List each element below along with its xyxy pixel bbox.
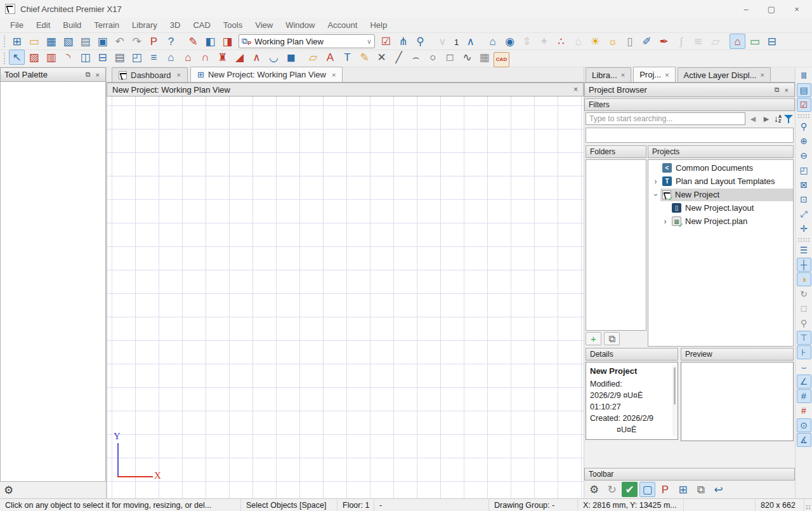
adjust-sunlight-icon[interactable]: ☼: [605, 34, 620, 49]
palette-settings-icon[interactable]: ⚙: [4, 484, 13, 497]
wall-tools-icon[interactable]: ▨: [26, 50, 42, 65]
tab-active-layer-display[interactable]: Active Layer Displ... ×: [678, 67, 771, 82]
edit-area-icon[interactable]: □: [797, 302, 811, 315]
terrain-tools-icon[interactable]: ◡: [266, 50, 282, 65]
fill-window-building-only-icon[interactable]: ⊡: [797, 192, 811, 206]
save-plan-view-as-icon[interactable]: ◨: [219, 34, 235, 49]
material-eyedropper-icon[interactable]: ✒: [656, 34, 672, 49]
menu-3d[interactable]: 3D: [164, 20, 187, 30]
print-preview-icon[interactable]: ▣: [95, 34, 110, 49]
close-panel-icon[interactable]: ×: [94, 71, 102, 79]
text-arrow-tool-icon[interactable]: A: [322, 50, 338, 65]
menu-file[interactable]: File: [4, 20, 30, 30]
window-tools-icon[interactable]: ⊟: [95, 50, 110, 65]
tab-working-plan-view-close-icon[interactable]: ×: [332, 71, 336, 79]
view-close-icon[interactable]: ×: [573, 85, 578, 94]
undo-zoom-icon[interactable]: ◰: [797, 163, 811, 177]
resize-grip[interactable]: [804, 499, 812, 511]
cad-point-tool-icon[interactable]: ✕: [374, 50, 390, 65]
show-axes-icon[interactable]: ∠: [797, 375, 811, 388]
cad-block-tool-icon[interactable]: ▦: [476, 50, 492, 65]
object-snaps-icon[interactable]: ⊙: [797, 418, 811, 432]
undo-icon[interactable]: ↶: [112, 34, 128, 49]
bumping-pushing-icon[interactable]: #: [797, 404, 811, 418]
adjust-lights-icon[interactable]: ☀: [587, 34, 603, 49]
find-in-view-icon[interactable]: ⚲: [412, 34, 428, 49]
temporary-dimensions-icon[interactable]: ⊤: [797, 331, 811, 345]
tab-library[interactable]: Libra... ×: [586, 67, 631, 82]
layer-display-options-icon[interactable]: ☑: [797, 98, 811, 112]
full-camera-icon[interactable]: ⌂: [485, 34, 501, 49]
stair-tools-icon[interactable]: ≡: [146, 50, 162, 65]
auto-dimensions-icon[interactable]: ⊦: [797, 345, 811, 359]
adjust-plan-view-icon[interactable]: ⋔: [395, 34, 411, 49]
float-panel-icon[interactable]: ⧉: [84, 70, 93, 79]
cad-box-tool-icon[interactable]: □: [442, 50, 458, 65]
plan-view-toggle-icon[interactable]: ⌂: [730, 34, 745, 49]
toolbar-grip[interactable]: [3, 52, 6, 65]
tab-working-plan-view[interactable]: ⊞ New Project: Working Plan View ×: [190, 67, 343, 82]
redo-icon[interactable]: ↷: [129, 34, 145, 49]
menu-help[interactable]: Help: [363, 20, 393, 30]
roof-framing-tools-icon[interactable]: ∧: [249, 50, 265, 65]
search-next-icon[interactable]: ▶: [761, 115, 772, 123]
save-as-icon[interactable]: ▧: [60, 34, 76, 49]
arc-creation-mode-icon[interactable]: ⌣: [797, 360, 811, 374]
hatch-tool-icon[interactable]: ≋: [690, 34, 706, 49]
tab-dashboard[interactable]: Dashboard ×: [112, 67, 188, 82]
cabinet-tools-icon[interactable]: ▤: [112, 50, 128, 65]
open-plan-icon[interactable]: ▭: [26, 34, 42, 49]
curved-wall-tools-icon[interactable]: ◝: [60, 50, 76, 65]
plan-drawing-canvas[interactable]: Y X: [107, 96, 584, 498]
cad-arc-tool-icon[interactable]: ⌢: [408, 50, 424, 65]
tab-library-close-icon[interactable]: ×: [621, 71, 625, 79]
minimize-button[interactable]: –: [733, 1, 759, 17]
browser-settings-icon[interactable]: ⚙: [586, 482, 602, 497]
browser-preferences-icon[interactable]: P: [657, 482, 673, 497]
open-containing-folder-icon[interactable]: ✔: [622, 482, 638, 497]
cad-spline-tool-icon[interactable]: ∿: [459, 50, 475, 65]
layout-view-icon[interactable]: ⊟: [764, 34, 780, 49]
save-plan-view-icon[interactable]: ◧: [202, 34, 218, 49]
library-browser-icon[interactable]: Ⅲ: [797, 69, 811, 83]
edit-saved-plan-view-icon[interactable]: ✎: [185, 34, 201, 49]
walkthrough-icon[interactable]: ∴: [553, 34, 569, 49]
tab-project-close-icon[interactable]: ×: [665, 71, 669, 79]
maximize-button[interactable]: ▢: [759, 1, 784, 17]
details-scrollbar[interactable]: [672, 365, 677, 436]
duplicate-folder-icon[interactable]: ⧉: [604, 332, 620, 345]
menu-library[interactable]: Library: [126, 20, 164, 30]
zoom-tool-icon[interactable]: ⚲: [797, 119, 811, 133]
menu-cad[interactable]: CAD: [187, 20, 216, 30]
picture-view-icon[interactable]: ▭: [747, 34, 763, 49]
sketch-tools-icon[interactable]: ✎: [357, 50, 372, 65]
cad-line-tool-icon[interactable]: ╱: [391, 50, 407, 65]
zoom-out-icon[interactable]: ⊖: [797, 149, 811, 163]
search-input[interactable]: [586, 112, 745, 125]
doll-house-view-icon[interactable]: ⌂: [570, 34, 586, 49]
refresh-display-icon[interactable]: ↻: [797, 287, 811, 301]
door-tools-icon[interactable]: ◫: [77, 50, 93, 65]
railing-tools-icon[interactable]: ▥: [43, 50, 59, 65]
duplicate-project-icon[interactable]: ⧉: [693, 482, 709, 497]
toolbar-grip[interactable]: [3, 35, 6, 48]
tree-item-common-documents[interactable]: < Common Documents: [648, 161, 793, 175]
select-objects-icon[interactable]: ↖: [9, 50, 25, 65]
collapse-chevron-icon[interactable]: ›: [652, 190, 660, 199]
import-project-icon[interactable]: ↩: [710, 482, 726, 497]
gazebo-tool-icon[interactable]: ♜: [214, 50, 230, 65]
color-eyedropper-icon[interactable]: ✐: [639, 34, 655, 49]
adjust-material-icon[interactable]: ∫: [673, 34, 689, 49]
expand-chevron-icon[interactable]: ›: [660, 217, 670, 226]
spray-painter-icon[interactable]: ▯: [622, 34, 638, 49]
zoom-in-icon[interactable]: ⊕: [797, 134, 811, 148]
select-in-browser-icon[interactable]: ▢: [639, 482, 655, 497]
primitive-tools-icon[interactable]: ◼: [283, 50, 299, 65]
browser-refresh-icon[interactable]: ↻: [604, 482, 620, 497]
menu-tools[interactable]: Tools: [217, 20, 249, 30]
menu-terrain[interactable]: Terrain: [88, 20, 126, 30]
tree-item-new-project[interactable]: › ✓ New Project: [648, 188, 793, 201]
cad-circle-tool-icon[interactable]: ○: [425, 50, 441, 65]
mouse-orbit-icon[interactable]: ⇕: [519, 34, 535, 49]
zoom-extents-icon[interactable]: ⤢: [797, 207, 811, 221]
